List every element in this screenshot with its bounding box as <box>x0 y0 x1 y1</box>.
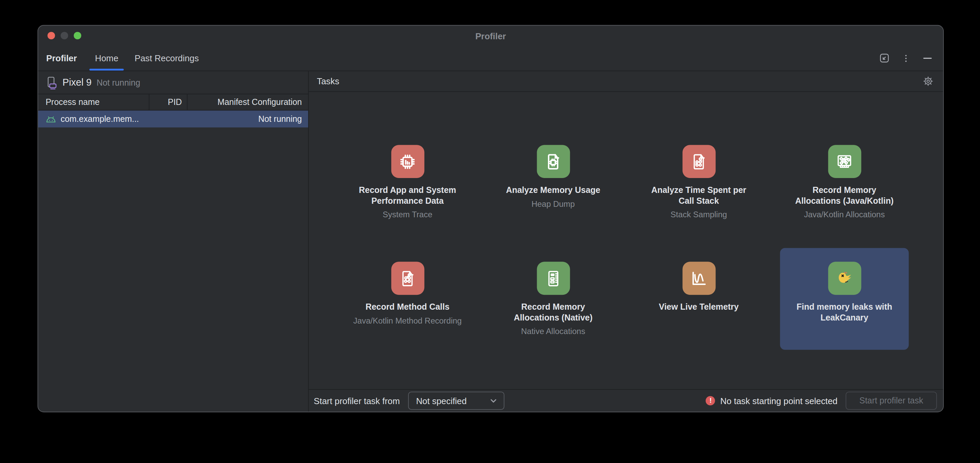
column-process-name[interactable]: Process name <box>38 94 150 110</box>
phone-device-icon <box>46 76 57 89</box>
content: Pixel 9 Not running Process name PID Man… <box>38 71 943 412</box>
task-subtitle: Java/Kotlin Method Recording <box>344 316 471 326</box>
task-title: Record App and System Performance Data <box>343 185 472 206</box>
warning-icon: ! <box>706 396 716 406</box>
task-subtitle: Stack Sampling <box>661 209 736 220</box>
profiler-window: Profiler Profiler Home Past Recordings <box>38 25 944 412</box>
file-chip-icon <box>537 145 570 178</box>
tab-home-label: Home <box>95 53 119 63</box>
column-manifest-configuration[interactable]: Manifest Configuration <box>188 94 308 110</box>
tasks-panel: Tasks <box>309 71 943 412</box>
android-robot-icon <box>46 116 56 123</box>
task-subtitle: Heap Dump <box>522 199 584 209</box>
process-table-header: Process name PID Manifest Configuration <box>38 94 308 111</box>
tab-past-recordings[interactable]: Past Recordings <box>135 46 199 71</box>
memory-nodes-icon <box>828 145 861 178</box>
task-card-java-kotlin-allocations[interactable]: Record Memory Allocations (Java/Kotlin) … <box>780 131 908 233</box>
waveform-icon <box>682 262 716 295</box>
task-card-leakcanary[interactable]: Find memory leaks with LeakCanary <box>780 248 908 350</box>
chevron-down-icon <box>489 396 498 405</box>
task-card-method-recording[interactable]: Record Method Calls Java/Kotlin Method R… <box>343 248 472 350</box>
desktop: Profiler Profiler Home Past Recordings <box>0 0 980 463</box>
more-options-icon[interactable] <box>901 54 911 63</box>
titlebar: Profiler <box>38 26 943 46</box>
device-row[interactable]: Pixel 9 Not running <box>38 71 308 94</box>
window-title: Profiler <box>38 31 943 41</box>
task-subtitle: Native Allocations <box>512 326 595 336</box>
tab-home[interactable]: Home <box>95 46 119 71</box>
task-card-stack-sampling[interactable]: Analyze Time Spent per Call Stack Stack … <box>634 131 763 233</box>
task-subtitle: System Trace <box>373 209 442 220</box>
task-title: View Live Telemetry <box>649 301 748 312</box>
task-card-live-telemetry[interactable]: View Live Telemetry <box>634 248 763 350</box>
start-profiler-task-button[interactable]: Start profiler task <box>846 392 937 410</box>
cpu-chart-icon <box>391 145 424 178</box>
file-graph-icon <box>391 262 424 295</box>
task-subtitle: Java/Kotlin Allocations <box>794 209 894 220</box>
settings-gear-icon[interactable] <box>923 76 934 87</box>
task-title: Record Memory Allocations (Native) <box>488 301 617 323</box>
task-card-native-allocations[interactable]: Record Memory Allocations (Native) Nativ… <box>488 248 617 350</box>
task-title: Find memory leaks with LeakCanary <box>780 301 908 323</box>
process-manifest-status: Not running <box>188 114 308 124</box>
file-sampling-icon <box>682 145 716 178</box>
process-panel: Pixel 9 Not running Process name PID Man… <box>38 71 309 412</box>
leakcanary-bird-icon <box>828 262 861 295</box>
device-status: Not running <box>97 78 140 87</box>
column-pid[interactable]: PID <box>150 94 188 110</box>
dock-window-icon[interactable] <box>880 53 889 63</box>
warning-group: ! No task starting point selected <box>706 396 838 406</box>
tasks-area: Record App and System Performance Data S… <box>309 92 943 389</box>
tasks-grid: Record App and System Performance Data S… <box>343 131 908 350</box>
task-title: Analyze Memory Usage <box>497 185 610 195</box>
task-title: Analyze Time Spent per Call Stack <box>634 185 763 206</box>
tasks-header: Tasks <box>309 71 943 92</box>
memory-list-icon <box>537 262 570 295</box>
start-from-label: Start profiler task from <box>314 396 400 406</box>
dropdown-value: Not specified <box>416 396 467 406</box>
process-name: com.example.mem... <box>60 114 139 124</box>
hide-toolwindow-icon[interactable] <box>923 53 932 63</box>
task-title: Record Method Calls <box>356 301 459 312</box>
starting-point-dropdown[interactable]: Not specified <box>408 392 504 410</box>
device-name: Pixel 9 <box>63 77 92 88</box>
tabbar: Profiler Home Past Recordings <box>38 46 943 71</box>
tab-past-recordings-label: Past Recordings <box>135 53 199 63</box>
tool-window-label: Profiler <box>46 53 77 63</box>
footer-bar: Start profiler task from Not specified !… <box>309 389 943 412</box>
tabbar-actions <box>880 53 943 63</box>
tasks-title: Tasks <box>317 76 339 86</box>
process-row-selected[interactable]: com.example.mem... Not running <box>38 111 308 128</box>
task-card-heap-dump[interactable]: Analyze Memory Usage Heap Dump <box>488 131 617 233</box>
warning-text: No task starting point selected <box>720 396 837 406</box>
task-title: Record Memory Allocations (Java/Kotlin) <box>780 185 908 206</box>
task-card-system-trace[interactable]: Record App and System Performance Data S… <box>343 131 472 233</box>
